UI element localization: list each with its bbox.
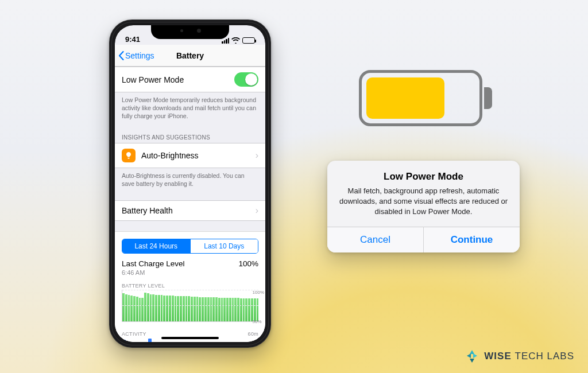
activity-scale-right: 60m [248,331,258,337]
bulb-icon [122,149,136,162]
low-power-mode-label: Low Power Mode [122,75,184,84]
svg-marker-1 [467,353,471,358]
back-label: Settings [125,51,154,60]
alert-message: Mail fetch, background app refresh, auto… [338,186,509,217]
low-power-mode-footer: Low Power Mode temporarily reduces backg… [115,92,265,126]
segment-10d[interactable]: Last 10 Days [190,239,258,253]
battery-level-chart: 100% 50% [115,290,265,327]
battery-level-scale-low: 50% [253,319,264,324]
nav-title: Battery [176,51,204,60]
chevron-right-icon: › [256,151,258,160]
segment-24h[interactable]: Last 24 Hours [122,239,190,253]
brand-name: WISE TECH LABS [484,351,574,362]
alert-continue-button[interactable]: Continue [423,227,520,252]
svg-marker-2 [473,353,477,358]
last-charge-row: Last Charge Level 6:46 AM 100% [115,258,265,279]
insights-header: INSIGHTS AND SUGGESTIONS [115,126,265,143]
battery-level-header: BATTERY LEVEL [122,283,165,289]
battery-illustration [359,70,492,126]
status-right-cluster [222,37,255,44]
last-charge-percent: 100% [238,259,258,268]
alert-title: Low Power Mode [338,171,509,182]
wifi-icon [231,37,240,44]
svg-marker-3 [470,359,474,363]
alert-cancel-button[interactable]: Cancel [327,227,423,252]
chevron-right-icon: › [256,206,258,215]
phone-bezel: 9:41 Settings Battery [115,25,265,342]
auto-brightness-row[interactable]: Auto-Brightness › [115,143,265,168]
back-button[interactable]: Settings [118,45,154,66]
last-charge-label: Last Charge Level [122,259,185,268]
home-indicator[interactable] [161,337,219,339]
battery-health-label: Battery Health [122,206,173,215]
battery-level-scale-high: 100% [253,290,264,295]
nav-bar: Settings Battery [115,45,265,67]
status-time: 9:41 [125,35,140,44]
brand-logo-icon [465,349,479,364]
phone-screen: 9:41 Settings Battery [115,25,265,342]
battery-health-row[interactable]: Battery Health › [115,201,265,220]
low-power-mode-row[interactable]: Low Power Mode [115,67,265,92]
brand-watermark: WISE TECH LABS [465,349,574,364]
low-power-mode-alert: Low Power Mode Mail fetch, background ap… [327,161,520,252]
time-range-segmented[interactable]: Last 24 Hours Last 10 Days [122,239,258,254]
low-power-mode-toggle[interactable] [234,72,258,87]
status-battery-icon [242,37,255,44]
activity-header: ACTIVITY [122,331,146,337]
iphone-device-frame: 9:41 Settings Battery [109,20,271,348]
last-charge-time: 6:46 AM [122,269,185,276]
phone-notch [151,25,229,39]
auto-brightness-footer: Auto-Brightness is currently disabled. Y… [115,168,265,193]
svg-marker-0 [470,350,474,354]
chevron-left-icon [118,51,124,60]
auto-brightness-label: Auto-Brightness [141,151,199,160]
settings-content[interactable]: Low Power Mode Low Power Mode temporaril… [115,67,265,342]
